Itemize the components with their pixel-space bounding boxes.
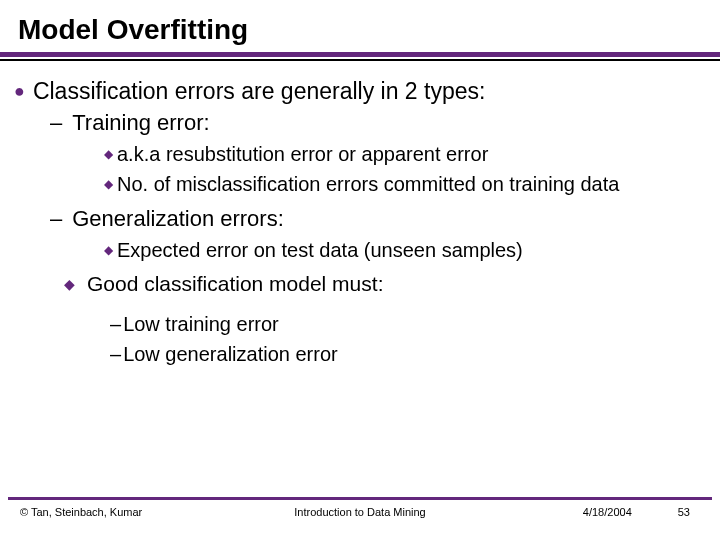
bullet-main-text: Classification errors are generally in 2… — [33, 77, 486, 105]
dash-icon: – — [110, 311, 121, 337]
bullet-generalization-text: Generalization errors: — [72, 205, 284, 233]
bullet-training-error: – Training error: — [14, 109, 706, 137]
bullet-expected-text: Expected error on test data (unseen samp… — [117, 237, 523, 263]
disc-icon: ● — [14, 77, 25, 105]
bullet-expected: ◆ Expected error on test data (unseen sa… — [14, 237, 706, 263]
bullet-main: ● Classification errors are generally in… — [14, 77, 706, 105]
bullet-misclass: ◆ No. of misclassification errors commit… — [14, 171, 706, 197]
footer: © Tan, Steinbach, Kumar Introduction to … — [0, 506, 720, 518]
slide-title: Model Overfitting — [0, 0, 720, 52]
diamond-icon: ◆ — [104, 237, 113, 263]
bullet-generalization: – Generalization errors: — [14, 205, 706, 233]
diamond-icon: ◆ — [104, 171, 113, 197]
bullet-low-training-text: Low training error — [123, 311, 279, 337]
footer-title: Introduction to Data Mining — [0, 506, 720, 518]
bullet-good-model: ◆ Good classification model must: — [14, 271, 706, 297]
content-area: ● Classification errors are generally in… — [0, 61, 720, 367]
title-underline-thick — [0, 52, 720, 57]
bullet-low-training: – Low training error — [14, 311, 706, 337]
dash-icon: – — [50, 205, 62, 233]
bullet-misclass-text: No. of misclassification errors committe… — [117, 171, 619, 197]
footer-rule — [8, 497, 712, 500]
bullet-low-generalization-text: Low generalization error — [123, 341, 338, 367]
bullet-aka: ◆ a.k.a resubstitution error or apparent… — [14, 141, 706, 167]
bullet-low-generalization: – Low generalization error — [14, 341, 706, 367]
diamond-icon: ◆ — [104, 141, 113, 167]
diamond-icon: ◆ — [64, 271, 75, 297]
bullet-good-model-text: Good classification model must: — [87, 271, 383, 297]
dash-icon: – — [50, 109, 62, 137]
dash-icon: – — [110, 341, 121, 367]
bullet-aka-text: a.k.a resubstitution error or apparent e… — [117, 141, 488, 167]
bullet-training-error-text: Training error: — [72, 109, 209, 137]
slide: Model Overfitting ● Classification error… — [0, 0, 720, 540]
